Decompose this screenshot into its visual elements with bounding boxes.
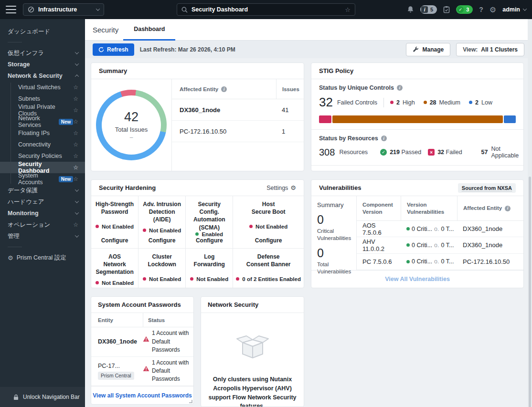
- favorite-star-icon[interactable]: ☆: [73, 153, 78, 159]
- sidebar-item-floating-ips[interactable]: Floating IPs☆: [0, 127, 85, 139]
- configure-link[interactable]: Configure: [101, 237, 128, 244]
- scrollbar-thumb[interactable]: [529, 177, 531, 407]
- chevron-down-icon: [75, 50, 79, 54]
- sidebar-item-virtual-switches[interactable]: Virtual Switches☆: [0, 82, 85, 93]
- vulnerabilities-card: Vulnerabilities Sourced from NXSA Summar…: [311, 179, 524, 288]
- chevron-down-icon: [75, 210, 79, 214]
- sidebar-group-hardware[interactable]: ハードウェア: [0, 196, 85, 208]
- app-switcher-dropdown[interactable]: Infrastructure: [23, 3, 104, 16]
- notifications-bell-icon[interactable]: [407, 6, 414, 13]
- hardening-settings-button[interactable]: Settings⚙: [266, 184, 296, 191]
- favorite-star-icon[interactable]: ☆: [73, 118, 78, 125]
- view-all-system-account-passwords-link[interactable]: View all System Account Passwords: [93, 392, 192, 399]
- hamburger-menu-icon[interactable]: [6, 6, 16, 13]
- entity-link[interactable]: DX360_1node: [457, 241, 523, 249]
- gear-icon: ⚙: [8, 254, 13, 261]
- hardening-item-cluster-lockdown: Cluster Lockdown Not Enabled Configure: [138, 249, 186, 288]
- system-account-passwords-card: System Account Passwords Entity Status D…: [91, 296, 194, 405]
- not-applicable-stat: 57 Not Applicable: [481, 146, 519, 159]
- search-input[interactable]: [192, 6, 341, 13]
- sidebar-group-monitoring[interactable]: Monitoring: [0, 208, 85, 219]
- sap-card-footer: View all System Account Passwords: [91, 386, 193, 404]
- manage-button[interactable]: Manage: [406, 43, 450, 56]
- favorite-star-icon[interactable]: ☆: [73, 84, 78, 91]
- card-resize-handle[interactable]: [189, 400, 192, 403]
- sidebar-group-storage[interactable]: Storage: [0, 59, 85, 70]
- configure-link[interactable]: Configure: [149, 237, 176, 244]
- entity-link[interactable]: DX360_1node: [457, 225, 523, 232]
- sidebar-group-data-protection[interactable]: データ保護: [0, 185, 85, 196]
- favorite-star-icon[interactable]: ☆: [73, 164, 78, 171]
- entity-link[interactable]: PC-17...: [98, 363, 120, 369]
- info-icon[interactable]: i: [397, 85, 403, 91]
- entity-link[interactable]: PC-172.16.10.50: [172, 128, 276, 135]
- column-header-affected-entity: Affected Entityi: [457, 196, 523, 220]
- sourced-from-nxsa-button[interactable]: Sourced from NXSA: [458, 183, 516, 193]
- sidebar-divider: [8, 247, 22, 247]
- stig-card-footer: View Failed Controls: [311, 165, 523, 171]
- sidebar-item-operations[interactable]: オペレーション☆: [0, 219, 85, 230]
- sidebar-divider: [8, 42, 22, 42]
- configure-link[interactable]: Configure: [196, 237, 223, 244]
- main-content: Security Dashboard Refresh Last Refresh:…: [85, 19, 532, 407]
- dashboard-toolbar: Refresh Last Refresh: Mar 26 2026, 4:10 …: [85, 41, 532, 58]
- chevron-down-icon: [75, 188, 79, 191]
- search-favorite-star-icon[interactable]: ☆: [345, 6, 351, 13]
- security-hardening-card: Security Hardening Settings⚙ High-Streng…: [91, 179, 304, 288]
- sidebar-group-virtual-infra[interactable]: 仮想インフラ: [0, 47, 85, 59]
- sidebar-item-security-dashboard[interactable]: Security Dashboard☆: [0, 162, 85, 173]
- info-icon[interactable]: i: [505, 206, 511, 211]
- sidebar-group-network-security[interactable]: Network & Security: [0, 70, 85, 82]
- component-version: AOS 7.5.0.6: [357, 222, 401, 236]
- sidebar-group-admin[interactable]: 管理: [0, 230, 85, 242]
- summary-table: Affected Entityi Issues DX360_1node 41 P…: [171, 79, 304, 171]
- global-search[interactable]: ☆: [177, 3, 355, 16]
- unlock-navigation-bar[interactable]: Unlock Navigation Bar: [0, 387, 85, 407]
- view-all-vulnerabilities-link[interactable]: View All Vulnerabilities: [385, 276, 450, 282]
- entity-link[interactable]: DX360_1node: [98, 338, 137, 345]
- stig-policy-card: STIG Policy Status by Unique Controlsi 3…: [311, 63, 524, 171]
- entity-link[interactable]: PC-172.16.10.50: [457, 258, 523, 265]
- user-menu[interactable]: admin: [502, 6, 526, 13]
- failed-controls-value: 32: [319, 95, 333, 110]
- network-security-card-title: Network Security: [201, 297, 304, 313]
- favorite-star-icon[interactable]: ☆: [73, 221, 78, 228]
- total-vulnerabilities-value: 0: [317, 246, 351, 260]
- hardening-item-aos-network-segmentation: AOS Network Segmentation Not Enabled Con…: [91, 249, 138, 288]
- favorite-star-icon[interactable]: ☆: [73, 176, 78, 182]
- info-notifications-pill[interactable]: i 5: [420, 5, 437, 14]
- sidebar-item-prism-central-settings[interactable]: ⚙ Prism Central 設定: [0, 252, 85, 263]
- bottom-row: System Account Passwords Entity Status D…: [91, 296, 304, 407]
- sidebar-item-security-policies[interactable]: Security Policies☆: [0, 150, 85, 162]
- view-clusters-button[interactable]: View: All 1 Clusters: [456, 43, 524, 56]
- total-issues-value: 42: [124, 110, 138, 125]
- favorite-star-icon[interactable]: ☆: [73, 141, 78, 148]
- prism-central-badge: Prism Central: [98, 372, 134, 380]
- tab-dashboard[interactable]: Dashboard: [123, 19, 175, 41]
- help-icon[interactable]: ?: [479, 6, 483, 13]
- refresh-button[interactable]: Refresh: [93, 43, 134, 56]
- sidebar-item-system-accounts[interactable]: System AccountsNew☆: [0, 173, 85, 185]
- settings-gear-icon[interactable]: ⚙: [489, 5, 496, 14]
- info-icon[interactable]: i: [221, 86, 227, 92]
- notification-count: 5: [430, 7, 433, 12]
- sidebar-item-network-services[interactable]: Network ServicesNew☆: [0, 116, 85, 127]
- favorite-star-icon[interactable]: ☆: [73, 95, 78, 102]
- info-icon[interactable]: i: [381, 136, 387, 141]
- sidebar-item-dashboard[interactable]: ダッシュボード: [0, 26, 85, 37]
- component-version: PC 7.5.0.6: [357, 258, 401, 265]
- favorite-star-icon[interactable]: ☆: [73, 107, 78, 114]
- tasks-success-pill[interactable]: ✓ 3: [456, 5, 473, 14]
- sidebar-item-subnets[interactable]: Subnets☆: [0, 93, 85, 104]
- hardening-grid: High-Strength Password Not Enabled Confi…: [91, 196, 304, 288]
- sidebar-item-virtual-private-clouds[interactable]: Virtual Private Clouds☆: [0, 104, 85, 116]
- view-failed-controls-link[interactable]: View Failed Controls: [388, 171, 447, 171]
- sidebar-item-connectivity[interactable]: Connectivity☆: [0, 139, 85, 150]
- configure-link[interactable]: Configure: [255, 237, 282, 244]
- tasks-clipboard-icon[interactable]: [443, 6, 450, 13]
- favorite-star-icon[interactable]: ☆: [73, 130, 78, 136]
- entity-link[interactable]: DX360_1node: [172, 106, 276, 114]
- chevron-down-icon: [96, 7, 100, 10]
- component-version: AHV 11.0.0.2: [357, 238, 401, 252]
- table-row: AHV 11.0.0.2 0 Criti...o.0 T... DX360_1n…: [357, 237, 523, 253]
